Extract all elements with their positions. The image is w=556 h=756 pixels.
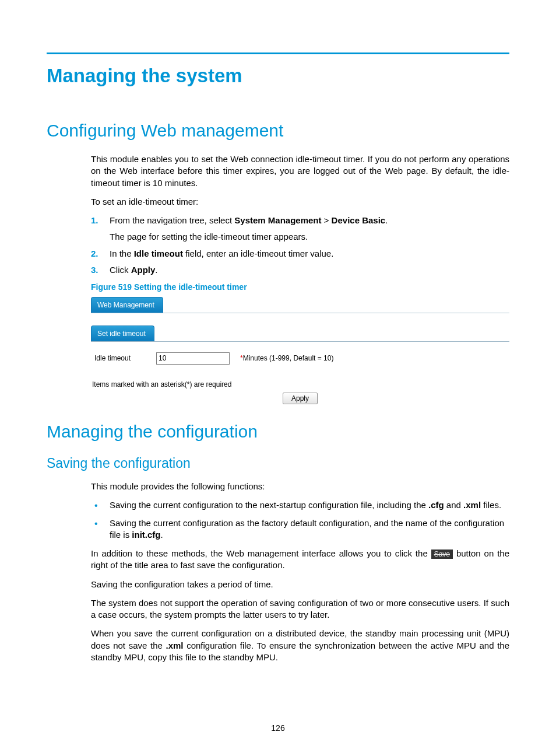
step-number: 3. (91, 264, 98, 276)
apply-button[interactable]: Apply (283, 393, 318, 404)
step-substep: The page for setting the idle-timeout ti… (110, 231, 509, 243)
page-number: 126 (0, 723, 556, 733)
idle-timeout-hint: *Minutes (1-999, Default = 10) (240, 354, 333, 363)
lead-sentence: To set an idle-timeout timer: (91, 196, 509, 208)
step-text: Click Apply. (110, 265, 158, 275)
save-icon: Save (431, 550, 453, 559)
subsection-saving-configuration: Saving the configuration (47, 456, 509, 471)
intro-paragraph: This module enables you to set the Web c… (91, 153, 509, 189)
tab-set-idle-timeout[interactable]: Set idle timeout (91, 326, 154, 341)
list-item: Saving the current configuration as the … (91, 517, 509, 541)
section-configuring-web-management: Configuring Web management (47, 121, 509, 141)
idle-timeout-input[interactable] (156, 352, 230, 365)
step-2: 2. In the Idle timeout field, enter an i… (91, 248, 509, 260)
paragraph-distributed: When you save the current configuration … (91, 628, 509, 663)
idle-timeout-row: Idle timeout *Minutes (1-999, Default = … (91, 352, 509, 365)
paragraph-save-button: In addition to these methods, the Web ma… (91, 548, 509, 572)
step-3: 3. Click Apply. (91, 264, 509, 276)
list-item: Saving the current configuration to the … (91, 499, 509, 511)
steps-list: 1. From the navigation tree, select Syst… (91, 215, 509, 276)
step-text: From the navigation tree, select System … (110, 215, 388, 225)
step-number: 2. (91, 248, 98, 260)
tab-row-primary: Web Management (91, 298, 509, 313)
tab-web-management[interactable]: Web Management (91, 297, 163, 313)
page-title: Managing the system (47, 65, 509, 87)
step-number: 1. (91, 215, 98, 226)
top-rule (47, 52, 509, 54)
step-1: 1. From the navigation tree, select Syst… (91, 215, 509, 243)
tab-row-secondary: Set idle timeout (91, 326, 509, 342)
step-text: In the Idle timeout field, enter an idle… (110, 249, 333, 258)
intro-b: This module provides the following funct… (91, 481, 509, 492)
figure-519: Web Management Set idle timeout Idle tim… (91, 298, 509, 404)
idle-timeout-label: Idle timeout (94, 354, 146, 363)
functions-list: Saving the current configuration to the … (91, 499, 509, 541)
required-note: Items marked with an asterisk(*) are req… (91, 380, 509, 389)
paragraph-duration: Saving the configuration takes a period … (91, 579, 509, 590)
paragraph-concurrent: The system does not support the operatio… (91, 597, 509, 621)
figure-caption: Figure 519 Setting the idle-timeout time… (91, 282, 509, 293)
section-managing-configuration: Managing the configuration (47, 422, 509, 442)
